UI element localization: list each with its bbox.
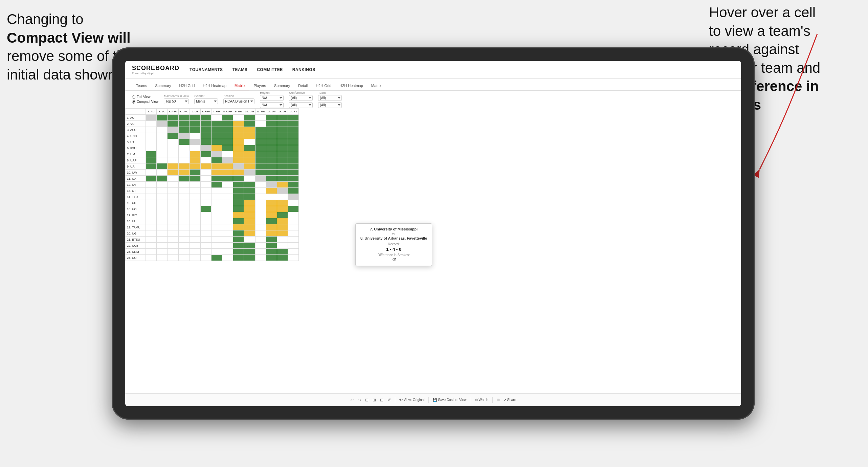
cell-6-8[interactable]: [233, 151, 244, 157]
cell-15-0[interactable]: [146, 206, 157, 212]
cell-5-11[interactable]: [266, 145, 277, 151]
cell-23-1[interactable]: [157, 255, 168, 261]
cell-20-6[interactable]: [211, 237, 222, 243]
cell-1-2[interactable]: [168, 121, 179, 127]
cell-4-0[interactable]: [146, 139, 157, 145]
view-original-button[interactable]: 👁 View: Original: [399, 398, 425, 402]
cell-1-4[interactable]: [190, 121, 200, 127]
cell-23-9[interactable]: [244, 255, 255, 261]
cell-18-6[interactable]: [211, 224, 222, 230]
toolbar-btn1[interactable]: ⊡: [365, 398, 369, 402]
cell-18-9[interactable]: [244, 224, 255, 230]
cell-19-0[interactable]: [146, 230, 157, 237]
cell-10-2[interactable]: [168, 176, 179, 182]
cell-0-8[interactable]: [233, 115, 244, 121]
cell-11-6[interactable]: [211, 182, 222, 188]
cell-21-3[interactable]: [178, 243, 190, 249]
cell-7-10[interactable]: [255, 157, 266, 163]
cell-18-8[interactable]: [233, 224, 244, 230]
cell-5-8[interactable]: [233, 145, 244, 151]
cell-11-2[interactable]: [168, 182, 179, 188]
cell-0-12[interactable]: [277, 115, 288, 121]
cell-18-2[interactable]: [168, 224, 179, 230]
cell-16-1[interactable]: [157, 212, 168, 218]
cell-10-11[interactable]: [266, 176, 277, 182]
cell-14-8[interactable]: [233, 200, 244, 206]
cell-20-1[interactable]: [157, 237, 168, 243]
cell-23-13[interactable]: [288, 255, 298, 261]
team-select2[interactable]: (All): [318, 102, 342, 108]
cell-3-9[interactable]: [244, 133, 255, 139]
sub-nav-matrix1[interactable]: Matrix: [230, 82, 249, 90]
cell-19-4[interactable]: [190, 230, 200, 237]
cell-20-12[interactable]: [277, 237, 288, 243]
cell-8-9[interactable]: [244, 163, 255, 170]
cell-17-8[interactable]: [233, 218, 244, 224]
sub-nav-h2hheatmap2[interactable]: H2H Heatmap: [335, 82, 367, 90]
cell-20-2[interactable]: [168, 237, 179, 243]
cell-8-5[interactable]: [200, 163, 211, 170]
cell-0-4[interactable]: [190, 115, 200, 121]
cell-14-2[interactable]: [168, 200, 179, 206]
cell-15-2[interactable]: [168, 206, 179, 212]
cell-22-4[interactable]: [190, 249, 200, 255]
cell-11-8[interactable]: [233, 182, 244, 188]
cell-4-13[interactable]: [288, 139, 298, 145]
cell-7-11[interactable]: [266, 157, 277, 163]
cell-5-0[interactable]: [146, 145, 157, 151]
cell-6-4[interactable]: [190, 151, 200, 157]
cell-9-6[interactable]: [211, 170, 222, 176]
cell-10-1[interactable]: [157, 176, 168, 182]
cell-9-2[interactable]: [168, 170, 179, 176]
nav-committee[interactable]: COMMITTEE: [257, 67, 283, 72]
cell-16-11[interactable]: [266, 212, 277, 218]
cell-10-10[interactable]: [255, 176, 266, 182]
cell-9-3[interactable]: [178, 170, 190, 176]
nav-teams[interactable]: TEAMS: [232, 67, 248, 72]
cell-13-0[interactable]: [146, 194, 157, 200]
cell-4-2[interactable]: [168, 139, 179, 145]
full-view-radio[interactable]: [132, 95, 135, 99]
cell-15-6[interactable]: [211, 206, 222, 212]
cell-13-11[interactable]: [266, 194, 277, 200]
cell-10-0[interactable]: [146, 176, 157, 182]
cell-9-0[interactable]: [146, 170, 157, 176]
compact-view-radio[interactable]: [132, 100, 135, 104]
cell-14-5[interactable]: [200, 200, 211, 206]
cell-13-2[interactable]: [168, 194, 179, 200]
cell-5-4[interactable]: [190, 145, 200, 151]
cell-5-9[interactable]: [244, 145, 255, 151]
cell-16-5[interactable]: [200, 212, 211, 218]
cell-0-2[interactable]: [168, 115, 179, 121]
cell-9-7[interactable]: [222, 170, 233, 176]
cell-21-7[interactable]: [222, 243, 233, 249]
cell-5-2[interactable]: [168, 145, 179, 151]
cell-10-13[interactable]: [288, 176, 298, 182]
cell-2-6[interactable]: [211, 127, 222, 133]
cell-17-6[interactable]: [211, 218, 222, 224]
cell-19-5[interactable]: [200, 230, 211, 237]
cell-20-3[interactable]: [178, 237, 190, 243]
cell-7-5[interactable]: [200, 157, 211, 163]
nav-tournaments[interactable]: TOURNAMENTS: [190, 67, 223, 72]
cell-4-12[interactable]: [277, 139, 288, 145]
cell-13-8[interactable]: [233, 194, 244, 200]
cell-4-1[interactable]: [157, 139, 168, 145]
cell-12-0[interactable]: [146, 188, 157, 194]
cell-2-4[interactable]: [190, 127, 200, 133]
cell-5-6[interactable]: [211, 145, 222, 151]
cell-12-11[interactable]: [266, 188, 277, 194]
cell-15-7[interactable]: [222, 206, 233, 212]
cell-19-9[interactable]: [244, 230, 255, 237]
cell-11-4[interactable]: [190, 182, 200, 188]
cell-14-0[interactable]: [146, 200, 157, 206]
cell-2-9[interactable]: [244, 127, 255, 133]
cell-23-2[interactable]: [168, 255, 179, 261]
cell-15-8[interactable]: [233, 206, 244, 212]
cell-18-5[interactable]: [200, 224, 211, 230]
toolbar-btn3[interactable]: ⊟: [380, 398, 383, 402]
cell-13-4[interactable]: [190, 194, 200, 200]
cell-0-9[interactable]: [244, 115, 255, 121]
cell-21-4[interactable]: [190, 243, 200, 249]
cell-4-11[interactable]: [266, 139, 277, 145]
